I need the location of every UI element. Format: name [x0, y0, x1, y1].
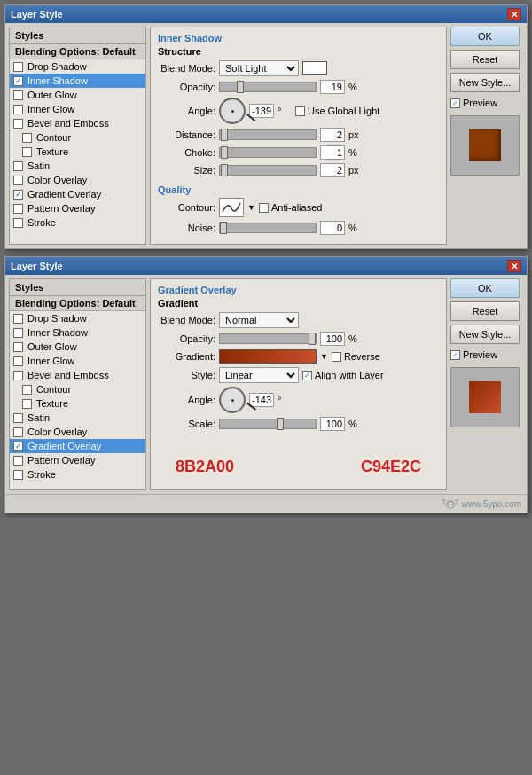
satin-checkbox-2[interactable] — [13, 413, 23, 423]
choke-label-1: Choke: — [158, 147, 215, 158]
sidebar-item-stroke-1[interactable]: Stroke — [10, 215, 145, 230]
new-style-button-2[interactable]: New Style... — [450, 325, 520, 344]
sidebar-item-color-overlay-2[interactable]: Color Overlay — [10, 425, 145, 439]
reset-button-1[interactable]: Reset — [450, 50, 520, 69]
ok-button-2[interactable]: OK — [450, 278, 520, 298]
size-row-1: Size: px — [158, 163, 439, 177]
sidebar-item-pattern-overlay-1[interactable]: Pattern Overlay — [10, 201, 145, 215]
bevel-emboss-checkbox-2[interactable] — [13, 371, 23, 380]
choke-input-1[interactable] — [320, 145, 345, 160]
stroke-checkbox-1[interactable] — [13, 218, 23, 228]
angle-input-2[interactable] — [249, 393, 274, 407]
noise-row-1: Noise: % — [158, 221, 439, 235]
close-button-2[interactable]: ✕ — [507, 260, 521, 272]
distance-input-1[interactable] — [320, 128, 345, 142]
dialog-2-body: Styles Blending Options: Default Drop Sh… — [5, 275, 527, 494]
color-overlay-checkbox-2[interactable] — [13, 427, 23, 437]
sidebar-item-inner-glow-2[interactable]: Inner Glow — [10, 354, 145, 368]
sidebar-item-texture-2[interactable]: Texture — [10, 396, 145, 411]
angle-dial-2[interactable] — [219, 387, 246, 413]
sidebar-item-stroke-2[interactable]: Stroke — [10, 467, 145, 481]
size-slider-1[interactable] — [219, 165, 317, 176]
bevel-emboss-checkbox-1[interactable] — [13, 119, 23, 129]
contour-preview-1[interactable] — [219, 198, 244, 217]
color-overlay-checkbox-1[interactable] — [13, 176, 23, 185]
angle-input-1[interactable] — [249, 104, 274, 118]
drop-shadow-checkbox-1[interactable] — [13, 62, 23, 72]
opacity-slider-1[interactable] — [219, 82, 317, 92]
preview-checkbox-1[interactable] — [450, 98, 460, 108]
blend-mode-select-2[interactable]: Normal — [219, 312, 299, 328]
sidebar-item-contour-2[interactable]: Contour — [10, 382, 145, 396]
scale-input-2[interactable] — [320, 417, 345, 431]
gradient-overlay-checkbox-2[interactable] — [13, 442, 23, 451]
pattern-overlay-checkbox-2[interactable] — [13, 456, 23, 466]
sidebar-item-gradient-overlay-2[interactable]: Gradient Overlay — [10, 439, 145, 453]
choke-row-1: Choke: % — [158, 145, 439, 160]
new-style-button-1[interactable]: New Style... — [450, 73, 520, 92]
gradient-arrow-icon[interactable]: ▼ — [320, 352, 328, 361]
sidebar-item-blending-1[interactable]: Blending Options: Default — [10, 44, 145, 59]
drop-shadow-checkbox-2[interactable] — [13, 314, 23, 324]
preview-checkbox-2[interactable] — [450, 350, 460, 360]
outer-glow-checkbox-1[interactable] — [13, 90, 23, 100]
sidebar-item-inner-glow-1[interactable]: Inner Glow — [10, 102, 145, 116]
texture-checkbox-2[interactable] — [22, 399, 32, 409]
noise-input-1[interactable] — [320, 221, 345, 235]
sidebar-item-bevel-emboss-2[interactable]: Bevel and Emboss — [10, 368, 145, 382]
reset-button-2[interactable]: Reset — [450, 301, 520, 321]
global-light-checkbox-1[interactable] — [295, 106, 305, 116]
reverse-checkbox-2[interactable] — [332, 352, 341, 362]
distance-slider-container-1: px — [219, 128, 439, 142]
stroke-checkbox-2[interactable] — [13, 470, 23, 480]
close-button-1[interactable]: ✕ — [507, 8, 521, 20]
satin-checkbox-1[interactable] — [13, 161, 23, 171]
sidebar-item-drop-shadow-1[interactable]: Drop Shadow — [10, 59, 145, 74]
align-layer-checkbox-2[interactable] — [302, 371, 312, 380]
opacity-input-1[interactable] — [320, 80, 345, 94]
sidebar-item-satin-1[interactable]: Satin — [10, 159, 145, 173]
sidebar-item-texture-1[interactable]: Texture — [10, 145, 145, 159]
size-input-1[interactable] — [320, 163, 345, 177]
gradient-overlay-checkbox-1[interactable] — [13, 190, 23, 200]
blend-mode-color-1[interactable] — [302, 61, 327, 75]
pattern-overlay-checkbox-1[interactable] — [13, 204, 23, 214]
distance-slider-1[interactable] — [219, 129, 317, 140]
blend-mode-select-1[interactable]: Soft Light — [219, 60, 299, 76]
sidebar-item-inner-shadow-1[interactable]: Inner Shadow — [10, 74, 145, 88]
anti-alias-checkbox-1[interactable] — [259, 203, 269, 213]
sidebar-item-pattern-overlay-2[interactable]: Pattern Overlay — [10, 453, 145, 467]
angle-dial-1[interactable] — [219, 98, 246, 124]
noise-slider-1[interactable] — [219, 223, 317, 233]
sidebar-item-bevel-emboss-1[interactable]: Bevel and Emboss — [10, 116, 145, 130]
inner-shadow-checkbox-2[interactable] — [13, 328, 23, 338]
blend-mode-row-1: Blend Mode: Soft Light — [158, 60, 439, 76]
sidebar-item-drop-shadow-2[interactable]: Drop Shadow — [10, 311, 145, 325]
sidebar-item-outer-glow-2[interactable]: Outer Glow — [10, 340, 145, 354]
angle-row-2: Angle: ° — [158, 387, 439, 413]
contour-arrow-icon-1[interactable]: ▼ — [247, 203, 255, 212]
scale-slider-2[interactable] — [219, 419, 317, 429]
sidebar-item-blending-2[interactable]: Blending Options: Default — [10, 296, 145, 311]
opacity-input-2[interactable] — [320, 332, 345, 346]
sidebar-item-gradient-overlay-1[interactable]: Gradient Overlay — [10, 187, 145, 201]
style-select-2[interactable]: Linear — [219, 367, 299, 383]
ok-button-1[interactable]: OK — [450, 27, 520, 46]
contour-checkbox-1[interactable] — [22, 133, 32, 143]
contour-checkbox-2[interactable] — [22, 385, 32, 395]
inner-glow-checkbox-2[interactable] — [13, 356, 23, 366]
sidebar-item-satin-2[interactable]: Satin — [10, 411, 145, 425]
gradient-bar-2[interactable] — [219, 349, 317, 364]
outer-glow-checkbox-2[interactable] — [13, 342, 23, 352]
inner-glow-checkbox-1[interactable] — [13, 105, 23, 114]
opacity-slider-2[interactable] — [219, 333, 317, 344]
sidebar-item-outer-glow-1[interactable]: Outer Glow — [10, 88, 145, 102]
opacity-label-2: Opacity: — [158, 333, 215, 344]
subsection-1: Structure — [158, 46, 439, 57]
inner-shadow-checkbox-1[interactable] — [13, 76, 23, 86]
sidebar-item-contour-1[interactable]: Contour — [10, 130, 145, 145]
sidebar-item-color-overlay-1[interactable]: Color Overlay — [10, 173, 145, 187]
choke-slider-1[interactable] — [219, 147, 317, 158]
sidebar-item-inner-shadow-2[interactable]: Inner Shadow — [10, 325, 145, 340]
texture-checkbox-1[interactable] — [22, 147, 32, 157]
